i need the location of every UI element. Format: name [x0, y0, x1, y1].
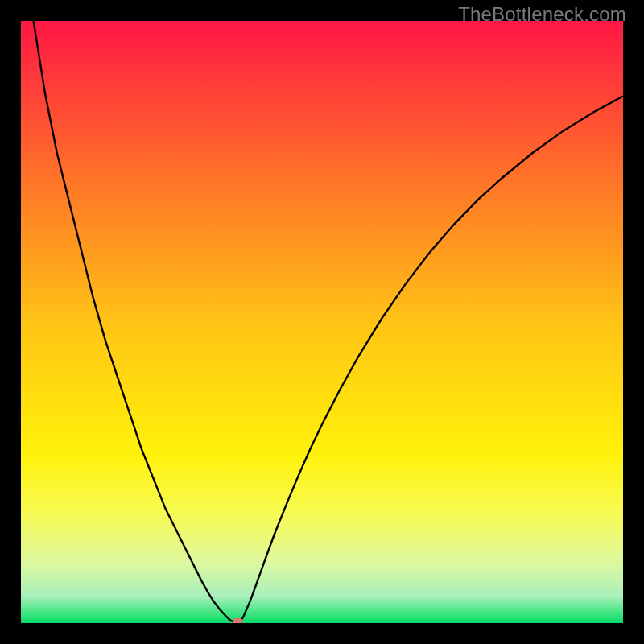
gradient-background	[21, 21, 623, 623]
optimum-marker	[233, 618, 243, 623]
chart-container: TheBottleneck.com	[0, 0, 644, 644]
plot-svg	[21, 21, 623, 623]
plot-area	[21, 21, 623, 623]
